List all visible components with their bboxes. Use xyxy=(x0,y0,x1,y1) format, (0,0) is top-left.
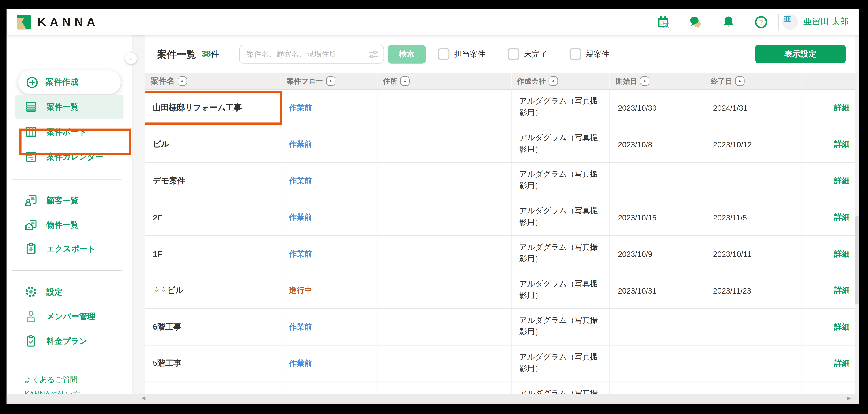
detail-link[interactable]: 詳細 xyxy=(834,249,850,259)
cell-company: アルダグラム（写真撮影用） xyxy=(512,126,610,162)
cell-start-date: 2023/10/15 xyxy=(610,199,705,235)
cell-project-name: 2F xyxy=(145,199,281,235)
cell-flow: 進行中 xyxy=(281,272,377,308)
cell-actions: 詳細 xyxy=(802,90,855,126)
cell-actions: 詳細 xyxy=(802,163,855,199)
project-count: 38件 xyxy=(202,49,219,59)
sort-button[interactable]: ▲ xyxy=(735,77,745,86)
search-input[interactable] xyxy=(246,49,367,59)
table-row: 4階工事作業前アルダグラム（写真撮影用）詳細 xyxy=(145,382,855,394)
cell-end-date: 2023/10/12 xyxy=(705,126,802,162)
cell-flow: 作業前 xyxy=(281,199,377,235)
cell-company: アルダグラム（写真撮影用） xyxy=(512,90,610,126)
cell-flow: 作業前 xyxy=(281,236,377,272)
sidebar-item-label: 案件カレンダー xyxy=(46,151,103,162)
cell-start-date: 2023/10/30 xyxy=(610,90,705,126)
detail-link[interactable]: 詳細 xyxy=(834,359,850,368)
checkbox-parent-projects[interactable]: 親案件 xyxy=(569,48,609,60)
sidebar-divider xyxy=(11,270,122,271)
column-header-company: 作成会社▲ xyxy=(512,73,610,89)
cell-flow: 作業前 xyxy=(281,309,377,345)
detail-link[interactable]: 詳細 xyxy=(834,176,850,186)
calendar-lines-icon xyxy=(24,150,37,163)
column-header-project-name: 案件名▲ xyxy=(145,73,281,89)
checkbox-box[interactable] xyxy=(438,48,450,60)
sidebar-item-settings[interactable]: 設定 xyxy=(15,279,123,304)
customer-doc-icon xyxy=(24,194,37,207)
table-row: 6階工事作業前アルダグラム（写真撮影用）詳細 xyxy=(145,309,855,345)
board-icon xyxy=(24,125,37,138)
kanna-logo[interactable]: KANNA xyxy=(17,15,99,29)
avatar: 亜 太 xyxy=(782,14,799,30)
checkbox-box[interactable] xyxy=(507,48,519,60)
cell-company: アルダグラム（写真撮影用） xyxy=(512,382,610,394)
page-title: 案件一覧 xyxy=(157,48,196,61)
column-header-address: 住所▲ xyxy=(377,73,511,89)
table-row: 1F作業前アルダグラム（写真撮影用）2023/10/92023/10/11詳細 xyxy=(145,236,855,272)
cell-company: アルダグラム（写真撮影用） xyxy=(512,163,610,199)
horizontal-scrollbar[interactable]: ◀ ▶ xyxy=(7,394,859,402)
export-clipboard-icon xyxy=(24,242,37,255)
sidebar-item-project-list[interactable]: 案件一覧 xyxy=(15,95,123,119)
sidebar-collapse-button[interactable]: ‹ xyxy=(125,53,137,64)
brand-name: KANNA xyxy=(37,15,99,28)
cell-address xyxy=(377,126,511,162)
plan-clipboard-icon xyxy=(24,334,37,348)
cell-flow: 作業前 xyxy=(281,163,377,199)
sort-button[interactable]: ▲ xyxy=(549,77,558,86)
sidebar-item-project-board[interactable]: 案件ボード xyxy=(15,120,123,144)
cell-project-name: デモ案件 xyxy=(145,163,281,199)
cell-end-date: 2023/10/11 xyxy=(705,236,802,272)
search-button[interactable]: 検索 xyxy=(388,45,426,63)
vertical-scrollbar[interactable] xyxy=(855,73,859,394)
sort-button[interactable]: ▲ xyxy=(326,77,335,86)
sort-button[interactable]: ▲ xyxy=(400,77,410,86)
sidebar-divider xyxy=(11,179,122,179)
checkbox-box[interactable] xyxy=(569,48,581,60)
display-settings-button[interactable]: 表示設定 xyxy=(755,45,846,63)
cell-address xyxy=(377,272,511,308)
scroll-left-arrow-icon[interactable]: ◀ xyxy=(142,395,146,401)
project-table: 案件名▲ 案件フロー▲ 住所▲ 作成会社▲ 開始日▲ 終了日▲ 山田様邸リフォー… xyxy=(145,73,855,394)
detail-link[interactable]: 詳細 xyxy=(834,139,850,149)
cell-actions: 詳細 xyxy=(802,382,855,394)
property-doc-icon xyxy=(24,218,37,231)
sidebar-item-project-calendar[interactable]: 案件カレンダー xyxy=(15,145,123,169)
checkbox-label: 担当案件 xyxy=(454,49,486,59)
checkbox-incomplete[interactable]: 未完了 xyxy=(507,48,547,60)
detail-link[interactable]: 詳細 xyxy=(834,286,850,296)
create-project-button[interactable]: 案件作成 xyxy=(18,70,121,94)
user-menu[interactable]: 亜 太 亜留田 太郎 xyxy=(782,14,849,30)
sliders-icon[interactable] xyxy=(367,48,379,60)
detail-link[interactable]: 詳細 xyxy=(834,322,850,332)
cell-flow: 作業前 xyxy=(281,346,377,382)
sidebar-item-pricing-plan[interactable]: 料金プラン xyxy=(15,329,123,353)
chevron-left-icon: ‹ xyxy=(130,55,132,62)
detail-link[interactable]: 詳細 xyxy=(834,102,850,113)
cell-end-date: 2024/1/31 xyxy=(705,90,802,126)
cell-company: アルダグラム（写真撮影用） xyxy=(512,272,610,308)
cell-project-name: ☆☆ビル xyxy=(145,272,281,308)
sidebar-item-export[interactable]: エクスポート xyxy=(15,237,123,261)
vertical-scrollbar-thumb[interactable] xyxy=(855,216,859,304)
cell-project-name: 1F xyxy=(145,236,281,272)
list-icon xyxy=(24,100,37,113)
cell-address xyxy=(377,163,511,199)
cell-actions: 詳細 xyxy=(802,236,855,272)
column-header-actions xyxy=(802,73,855,89)
sidebar-item-member-management[interactable]: メンバー管理 xyxy=(15,304,123,328)
cell-flow: 作業前 xyxy=(281,126,377,162)
sidebar-link-faq[interactable]: よくあるご質問 xyxy=(24,375,78,386)
sort-button[interactable]: ▲ xyxy=(640,77,649,86)
sort-button[interactable]: ▲ xyxy=(178,77,187,86)
table-row: ビル作業前アルダグラム（写真撮影用）2023/10/82023/10/12詳細 xyxy=(145,126,855,163)
cell-address xyxy=(377,236,511,272)
scroll-right-arrow-icon[interactable]: ▶ xyxy=(847,395,851,401)
detail-link[interactable]: 詳細 xyxy=(834,212,850,223)
avatar-char: 太 xyxy=(662,21,797,30)
cell-project-name: 山田様邸リフォーム工事 xyxy=(145,90,281,126)
sidebar-item-customer-list[interactable]: 顧客一覧 xyxy=(15,188,123,213)
sidebar-item-property-list[interactable]: 物件一覧 xyxy=(15,213,123,237)
checkbox-assigned-projects[interactable]: 担当案件 xyxy=(438,48,486,60)
project-count-suffix: 件 xyxy=(211,49,219,58)
